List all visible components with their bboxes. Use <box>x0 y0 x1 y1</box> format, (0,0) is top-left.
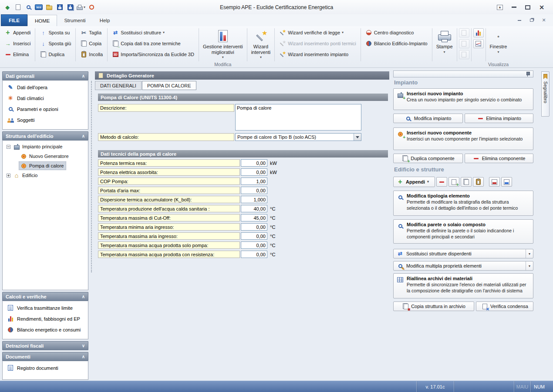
minimize-button[interactable] <box>507 3 521 12</box>
ribbon-duplica[interactable]: Duplica <box>37 49 74 60</box>
child-minimize-button[interactable] <box>515 17 524 23</box>
save-all-button[interactable] <box>66 3 74 12</box>
panel-header-calcoli-e-verifiche[interactable]: Calcoli e verifiche∧ <box>2 292 88 301</box>
field-input-potenza-elettrica-assorbita[interactable] <box>241 168 267 176</box>
copia-struttura-archivio-button[interactable]: ■Copia struttura in archivio <box>393 302 474 311</box>
sidebar-item-verifica-trasmittanze-limite[interactable]: Verifica trasmittanze limite <box>3 302 88 313</box>
dropdown-caret-icon[interactable]: ▾ <box>526 261 533 270</box>
open-button[interactable] <box>45 3 54 12</box>
ribbon-sposta-giu[interactable]: ↓Sposta giù <box>37 38 74 49</box>
ribbon-sostituisci-strutture[interactable]: ⇄Sostituisci strutture▾ <box>109 27 197 38</box>
ribbon-finestre[interactable]: •Finestre▾ <box>487 27 510 55</box>
segnalibro-tab[interactable]: Segnalibro <box>541 71 550 117</box>
aggiungi-elemento-button[interactable]: + <box>448 177 459 187</box>
rimuovi-elemento-button[interactable] <box>436 177 447 187</box>
elimina-impianto-button[interactable]: Elimina impianto <box>465 114 533 123</box>
copia-elemento-button[interactable] <box>461 177 472 187</box>
chevron-up-icon[interactable]: ∧ <box>82 134 85 138</box>
sidebar-item-soggetti[interactable]: Soggetti <box>3 114 88 125</box>
chevron-up-icon[interactable]: ∧ <box>82 294 85 299</box>
esporta-rosso-button[interactable] <box>489 177 500 187</box>
field-input-temperatura-massima-acqua-prodotta-solo-po[interactable] <box>241 241 267 249</box>
field-input-portata-d-aria-max[interactable] <box>241 187 267 194</box>
ribbon-bilancio-edificio-impianto[interactable]: Bilancio Edificio-Impianto <box>363 38 430 49</box>
ribbon-gestione-interventi-migliorativi[interactable]: Gestione interventi migliorativi▾ <box>200 27 246 60</box>
sostituisci-strutture-disperdenti-button[interactable]: ⇄Sostituisci strutture disperdenti▾ <box>393 249 533 258</box>
tree-item-pompa-di-calore[interactable]: Pompa di calore <box>3 161 88 171</box>
record-button[interactable] <box>87 3 96 12</box>
duplica-componente-button[interactable]: +Duplica componente <box>393 154 463 163</box>
ribbon-incolla[interactable]: Incolla <box>78 49 105 60</box>
modifica-impianto-button[interactable]: Modifica impianto <box>393 114 463 123</box>
panel-header-struttura-dell-edificio[interactable]: Struttura dell'edificio∧ <box>2 131 88 141</box>
sidebar-splitter[interactable] <box>91 81 92 272</box>
field-input-potenza-termica-resa[interactable] <box>241 159 267 167</box>
pin-icon[interactable] <box>524 70 531 77</box>
sidebar-item-rendimenti-fabbisogni-ed-ep[interactable]: Rendimenti, fabbisogni ed EP <box>3 313 88 324</box>
chevron-up-icon[interactable]: ∧ <box>82 354 85 359</box>
field-input-dispersione-termica-accumulatore-k-boll[interactable] <box>241 196 267 203</box>
appendi-button[interactable]: +Appendi▾ <box>393 177 435 187</box>
print-button[interactable]: ▾ <box>76 3 85 12</box>
ribbon-centro-diagnostico[interactable]: Centro diagnostico <box>363 27 430 38</box>
ribbon-elimina[interactable]: Elimina <box>2 49 33 60</box>
sidebar-item-dati-climatici[interactable]: ☀Dati climatici <box>3 93 88 104</box>
ribbon-graph[interactable] <box>473 39 484 48</box>
incolla-elemento-button[interactable] <box>473 177 484 187</box>
tab-home[interactable]: HOME <box>27 15 57 26</box>
tab-dati-generali[interactable]: DATI GENERALI <box>95 81 142 90</box>
inserisci-nuovo-componente-button[interactable]: +Inserisci nuovo componenteInserisci un … <box>393 127 533 150</box>
ribbon-appendi[interactable]: +Appendi <box>2 27 33 38</box>
sidebar-item-dati-dell-opera[interactable]: ✎Dati dell'opera <box>3 82 88 93</box>
ribbon-chart[interactable] <box>473 28 484 37</box>
tab-file[interactable]: FILE <box>1 14 27 26</box>
ribbon-wizard-verifiche-di-legge[interactable]: ★Wizard verifiche di legge▾ <box>276 27 359 38</box>
tree-item-edificio[interactable]: ⌂Edificio <box>3 171 88 180</box>
sidebar-item-parametri-e-opzioni[interactable]: Parametri e opzioni <box>3 104 88 114</box>
inserisci-nuovo-impianto-button[interactable]: +Inserisci nuovo impiantoCrea un nuovo i… <box>393 88 533 110</box>
modifica-multipla-proprieta-button[interactable]: ✎Modifica multipla proprietà elementi▾ <box>393 261 533 271</box>
metodo-select[interactable]: Pompe di calore di Tipo B (solo ACS) <box>235 133 361 141</box>
child-close-button[interactable]: ✕ <box>539 17 549 23</box>
child-restore-button[interactable] <box>527 17 536 23</box>
tree-item-impianto-principale[interactable]: Impianto principale <box>3 142 88 151</box>
ribbon-wizard-interventi[interactable]: ★Wizard interventi▾ <box>248 27 274 60</box>
descrizione-textarea[interactable]: Pompa di calore <box>235 104 361 131</box>
maximize-button[interactable] <box>521 3 535 12</box>
field-input-temperatura-massima-acqua-prodotta-con-res[interactable] <box>241 251 267 258</box>
restore-up-button[interactable]: ▲ <box>493 3 507 12</box>
verifica-condensa-button[interactable]: ✕Verifica condensa <box>476 302 533 311</box>
expand-icon[interactable] <box>7 174 10 178</box>
sidebar-item-registro-documenti[interactable]: Registro documenti <box>3 362 88 373</box>
sidebar-item-bilancio-energetico-e-consumi[interactable]: Bilancio energetico e consumi <box>3 324 88 335</box>
panel-header-dati-generali[interactable]: Dati generali∧ <box>2 71 88 80</box>
dropdown-arrow-icon[interactable] <box>354 134 361 141</box>
ribbon-copia-dati-zone-termiche[interactable]: →Copia dati tra zone termiche <box>109 38 197 49</box>
sce-button[interactable]: sce <box>34 3 43 12</box>
modifica-parete-solaio-button[interactable]: Modifica parete o solaio compostoPermett… <box>393 219 533 244</box>
tab-strumenti[interactable]: Strumenti <box>57 15 92 26</box>
field-input-temperatura-minima-aria-ingresso[interactable] <box>241 223 267 231</box>
modifica-tipologia-elemento-button[interactable]: Modifica tipologia elementoPermette di m… <box>393 191 533 216</box>
panel-header-detrazioni-fiscali[interactable]: Detrazioni fiscali∨ <box>2 341 88 350</box>
field-input-cop-pompa[interactable] <box>241 178 267 185</box>
close-button[interactable]: ✕ <box>535 3 549 12</box>
ribbon-inserisci[interactable]: →Inserisci <box>2 38 33 49</box>
ribbon-wizard-inserimento-impianto[interactable]: ★Wizard inserimento impianto <box>276 49 359 60</box>
riallinea-archivi-materiali-button[interactable]: Riallinea archivi dei materialiPermette … <box>393 273 533 298</box>
chevron-down-icon[interactable]: ∨ <box>82 343 85 348</box>
field-input-temperatura-massima-aria-ingresso[interactable] <box>241 232 267 240</box>
field-input-temperatura-produzione-dell-acqua-calda-sa[interactable] <box>241 205 267 212</box>
panel-header-documenti[interactable]: Documenti∧ <box>2 352 88 361</box>
tab-help[interactable]: Help <box>93 15 117 26</box>
collapse-icon[interactable] <box>7 145 10 149</box>
search-button[interactable] <box>24 3 33 12</box>
app-menu-button[interactable]: ◆ <box>3 3 12 12</box>
field-input-temperatura-massima-di-cut-off[interactable] <box>241 214 267 221</box>
tree-item-nuovo-generatore[interactable]: Nuovo Generatore <box>3 151 88 161</box>
dropdown-caret-icon[interactable]: ▾ <box>526 249 533 258</box>
ribbon-stampe[interactable]: Stampe▾ <box>433 27 456 55</box>
esporta-blu-button[interactable] <box>501 177 512 187</box>
ribbon-importa-sincronizza-euclide-3d[interactable]: 3DImporta/Sincronizza da Euclide 3D <box>109 49 197 60</box>
save-button[interactable] <box>55 3 64 12</box>
